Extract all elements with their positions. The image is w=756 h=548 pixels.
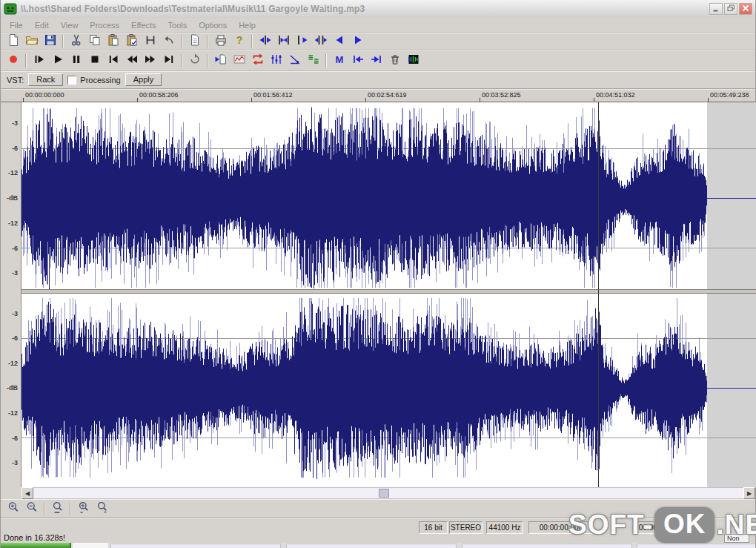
- menu-options[interactable]: Options: [193, 19, 233, 31]
- ruler-timestamp: 00:00:58:206: [139, 91, 179, 99]
- scroll-left-button[interactable]: ◀: [21, 487, 33, 499]
- menu-tools[interactable]: Tools: [162, 19, 193, 31]
- start-button-fragment[interactable]: [1, 543, 71, 548]
- help-button[interactable]: ?: [230, 33, 248, 50]
- scrollbar-thumb[interactable]: [379, 489, 389, 498]
- prev-marker-button[interactable]: [348, 53, 367, 69]
- db-ruler: -3-6-12-dB-12-6-3-3-6-12-dB-12-6-3: [1, 102, 21, 487]
- menu-view[interactable]: View: [55, 19, 84, 31]
- menu-process[interactable]: Process: [84, 19, 125, 31]
- db-label: -dB: [7, 384, 18, 392]
- equalizer-button[interactable]: [267, 53, 285, 69]
- menu-file[interactable]: File: [4, 19, 29, 31]
- zoom-vertical-icon: [96, 501, 109, 517]
- zoom-selection-h-button[interactable]: [293, 33, 311, 50]
- taskbar-button-fragment[interactable]: [286, 544, 457, 548]
- record-icon: [7, 53, 20, 69]
- zoom-point-button[interactable]: [311, 33, 330, 50]
- scroll-right-button[interactable]: ▶: [743, 487, 755, 499]
- fit-horizontal-button[interactable]: [256, 33, 274, 50]
- goto-end-button[interactable]: [159, 53, 178, 69]
- db-label: -6: [12, 334, 18, 342]
- zoom-vertical-button[interactable]: [93, 501, 111, 517]
- fade-button[interactable]: [285, 53, 304, 69]
- minimize-button[interactable]: [709, 3, 723, 15]
- zoom-selection-button[interactable]: [48, 501, 67, 517]
- goto-start-icon: [107, 53, 120, 69]
- zoom-out-button[interactable]: [22, 501, 41, 517]
- pause-button[interactable]: [67, 53, 85, 69]
- open-folder-button[interactable]: [22, 33, 41, 50]
- loop-button[interactable]: [185, 53, 204, 69]
- rewind-button[interactable]: [122, 53, 141, 69]
- restore-button[interactable]: [724, 3, 737, 15]
- print-button[interactable]: [211, 33, 230, 50]
- ruler-tick: [23, 98, 24, 102]
- paste-button[interactable]: [104, 33, 122, 50]
- close-button[interactable]: [739, 3, 752, 15]
- document-button[interactable]: [185, 33, 204, 50]
- window-controls: [709, 3, 752, 15]
- time-ruler[interactable]: 00:00:00:00000:00:58:20600:01:56:41200:0…: [1, 89, 755, 102]
- trim-button[interactable]: [141, 33, 159, 50]
- taskbar-button-fragment[interactable]: [110, 544, 281, 548]
- vst-processing-checkbox[interactable]: [67, 76, 76, 85]
- save-button[interactable]: [41, 33, 59, 50]
- waveform-display[interactable]: [21, 102, 756, 487]
- toolbar-zoom: [1, 499, 755, 518]
- loop-icon: [188, 53, 202, 69]
- vst-processing-label: Processing: [80, 76, 120, 85]
- db-label: -3: [12, 310, 18, 317]
- batch-button[interactable]: [304, 53, 322, 69]
- record-monitor-button[interactable]: [404, 53, 422, 69]
- goto-start-button[interactable]: [104, 53, 122, 69]
- paste-special-icon: [125, 33, 139, 50]
- paste-special-button[interactable]: [122, 33, 141, 50]
- zoom-in-button[interactable]: [4, 501, 22, 517]
- cut-button[interactable]: [67, 33, 85, 50]
- status-field: 16 bit: [419, 521, 448, 534]
- view-right-button[interactable]: [348, 33, 367, 50]
- copy-button[interactable]: [85, 33, 104, 50]
- crossfade-loop-button[interactable]: [248, 53, 267, 69]
- marker-button[interactable]: M: [330, 53, 348, 69]
- title-bar[interactable]: \\.host\Shared Folders\Downloads\Testmat…: [1, 0, 755, 18]
- play-from-start-button[interactable]: [30, 53, 48, 69]
- zoom-selection-icon: [51, 501, 64, 517]
- new-file-button[interactable]: [4, 33, 22, 50]
- db-label: -6: [12, 145, 18, 152]
- undo-button[interactable]: [159, 33, 178, 50]
- menu-effects[interactable]: Effects: [125, 19, 162, 31]
- menu-edit[interactable]: Edit: [29, 19, 55, 31]
- next-marker-button[interactable]: [367, 53, 385, 69]
- play-icon: [51, 53, 64, 69]
- view-left-icon: [333, 33, 346, 50]
- zoom-all-button[interactable]: [74, 501, 93, 517]
- ruler-timestamp: 00:04:51:032: [596, 91, 635, 99]
- menu-help[interactable]: Help: [233, 19, 262, 31]
- view-left-button[interactable]: [330, 33, 348, 50]
- envelope-button[interactable]: [230, 53, 248, 69]
- taskbar-button-fragment[interactable]: [637, 544, 755, 548]
- waveform-area: -3-6-12-dB-12-6-3-3-6-12-dB-12-6-3: [1, 102, 755, 487]
- toolbar-transport: M: [1, 50, 755, 71]
- ruler-timestamp: 00:03:52:825: [482, 91, 521, 99]
- record-button[interactable]: [4, 53, 22, 69]
- vst-rack-button[interactable]: Rack: [28, 73, 63, 86]
- svg-text:?: ?: [236, 34, 242, 46]
- status-field: STEREO: [449, 521, 483, 534]
- delete-button[interactable]: [385, 53, 404, 69]
- vst-apply-button[interactable]: Apply: [125, 73, 162, 86]
- taskbar-button-fragment[interactable]: [462, 544, 632, 548]
- non-button[interactable]: Non: [724, 534, 749, 543]
- db-label: -6: [12, 245, 18, 252]
- forward-button[interactable]: [141, 53, 159, 69]
- play-button[interactable]: [48, 53, 67, 69]
- toolbar-separator: [207, 35, 208, 48]
- fit-selection-button[interactable]: [274, 33, 293, 50]
- rewind-icon: [125, 53, 139, 69]
- help-icon: ?: [233, 33, 246, 50]
- insert-file-button[interactable]: [211, 53, 230, 69]
- stop-button[interactable]: [85, 53, 104, 69]
- minimize-icon: [712, 5, 720, 13]
